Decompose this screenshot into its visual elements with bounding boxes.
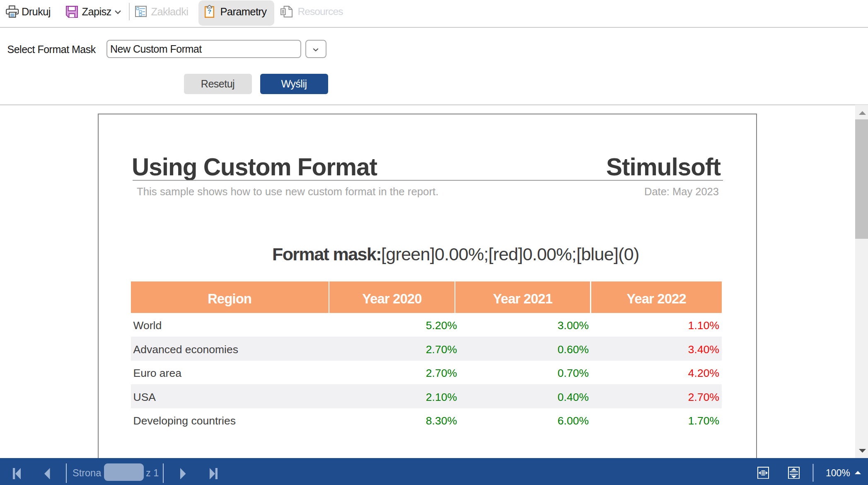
svg-text:?: ? [207, 8, 211, 15]
